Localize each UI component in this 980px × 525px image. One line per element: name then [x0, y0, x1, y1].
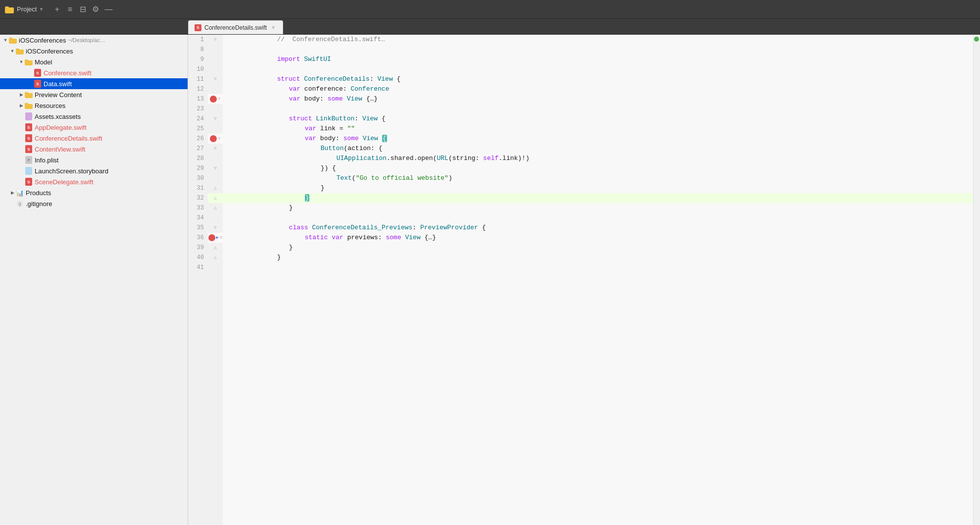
- sidebar-item-resources[interactable]: Resources: [0, 100, 188, 111]
- appdelegate-label: AppDelegate.swift: [35, 124, 87, 131]
- line-number: 12: [188, 84, 208, 94]
- tab-conference-details[interactable]: S ConferenceDetails.swift ×: [188, 20, 283, 34]
- preview-content-label: Preview Content: [35, 91, 82, 99]
- line-number: 35: [188, 223, 208, 233]
- tab-close-button[interactable]: ×: [270, 24, 277, 31]
- sidebar-item-gitignore[interactable]: g .gitignore: [0, 198, 188, 209]
- line-number: 28: [188, 154, 208, 163]
- sidebar-item-data-swift[interactable]: S Data.swift: [0, 78, 188, 89]
- svg-rect-3: [9, 38, 12, 40]
- sidebar-item-conferencedetails[interactable]: S ConferenceDetails.swift: [0, 133, 188, 144]
- arrow-icon: [2, 37, 9, 44]
- table-row: 13 ▽: [188, 94, 223, 104]
- table-row: 8: [188, 45, 223, 54]
- table-row: 10: [188, 64, 223, 74]
- fold-icon[interactable]: ▽: [214, 163, 216, 173]
- swift-icon: S: [34, 69, 42, 77]
- add-file-button[interactable]: +: [51, 4, 62, 15]
- table-row: 28: [188, 154, 223, 163]
- sidebar-item-assets[interactable]: Assets.xcassets: [0, 111, 188, 122]
- line-number: 39: [188, 243, 208, 253]
- line-number: 40: [188, 253, 208, 262]
- hierarchy-button[interactable]: ≡: [64, 4, 75, 15]
- fold-icon[interactable]: △: [214, 253, 216, 262]
- gitignore-label: .gitignore: [26, 200, 52, 208]
- filter-button[interactable]: ⊟: [77, 4, 88, 15]
- table-row: 31 △: [188, 183, 223, 193]
- fold-icon[interactable]: ▽: [218, 134, 220, 144]
- root-path: ~/Desktop/ac…: [68, 37, 105, 43]
- line-gutter: △: [208, 203, 223, 213]
- code-line: import SwiftUI: [223, 54, 973, 64]
- table-row: 24 ▽: [188, 114, 223, 124]
- sidebar-item-contentview[interactable]: S ContentView.swift: [0, 144, 188, 155]
- model-label: Model: [35, 58, 52, 66]
- line-number: 34: [188, 213, 208, 223]
- fold-icon[interactable]: ▽: [214, 144, 216, 154]
- titlebar: Project ▼ + ≡ ⊟ ⚙ —: [0, 0, 980, 19]
- line-number: 13: [188, 94, 208, 104]
- leaf-spacer: [18, 113, 25, 120]
- swift-icon: S: [25, 123, 33, 131]
- fold-icon[interactable]: △: [214, 203, 216, 213]
- sidebar-item-conference-swift[interactable]: S Conference.swift: [0, 67, 188, 78]
- leaf-spacer: [18, 178, 25, 185]
- titlebar-actions: + ≡ ⊟ ⚙ —: [51, 4, 114, 15]
- sidebar-item-launchscreen[interactable]: LaunchScreen.storyboard: [0, 165, 188, 176]
- contentview-label: ContentView.swift: [35, 146, 85, 153]
- sidebar-item-infoplist[interactable]: P Info.plist: [0, 155, 188, 165]
- sidebar-item-scenedelegate[interactable]: S SceneDelegate.swift: [0, 176, 188, 187]
- project-text: Project: [17, 5, 37, 13]
- swift-icon: S: [25, 178, 33, 186]
- sidebar-item-model[interactable]: Model: [0, 56, 188, 67]
- right-scrollbar[interactable]: [973, 35, 980, 525]
- sidebar-item-ios-conferences[interactable]: iOSConferences: [0, 46, 188, 56]
- line-gutter: ▽: [208, 94, 223, 104]
- line-number: 29: [188, 163, 208, 173]
- fold-icon[interactable]: ▽: [214, 74, 216, 84]
- line-number: 30: [188, 173, 208, 183]
- line-number: 1: [188, 35, 208, 45]
- fold-icon[interactable]: △: [214, 193, 216, 203]
- sidebar-item-preview-content[interactable]: Preview Content: [0, 89, 188, 100]
- sidebar-item-root[interactable]: iOSConferences ~/Desktop/ac…: [0, 35, 188, 46]
- sidebar-item-products[interactable]: 📊 Products: [0, 187, 188, 198]
- gitignore-icon: g: [16, 200, 24, 208]
- arrow-icon: [9, 189, 16, 196]
- table-row: 30: [188, 173, 223, 183]
- fold-icon[interactable]: ▽: [214, 114, 216, 124]
- breakpoint-icon[interactable]: [208, 234, 215, 241]
- line-gutter: △: [208, 243, 223, 253]
- sidebar-item-appdelegate[interactable]: S AppDelegate.swift: [0, 122, 188, 133]
- fold-icon[interactable]: △: [214, 183, 216, 193]
- svg-rect-11: [25, 103, 28, 105]
- fold-icon[interactable]: ▽: [218, 94, 220, 104]
- fold-icon[interactable]: ▽: [214, 223, 216, 233]
- editor-empty-space: [223, 272, 973, 525]
- project-label[interactable]: Project ▼: [17, 5, 44, 13]
- line-number: 9: [188, 54, 208, 64]
- code-content-area[interactable]: // ConferenceDetails.swift… import Swift…: [223, 35, 973, 525]
- code-line: [223, 262, 973, 272]
- breakpoint-icon[interactable]: [210, 135, 217, 142]
- fold-icon[interactable]: ▽: [214, 35, 216, 45]
- file-navigator: iOSConferences ~/Desktop/ac… iOSConferen…: [0, 35, 188, 525]
- tabbar: S ConferenceDetails.swift ×: [0, 19, 980, 35]
- line-gutter: ▽: [208, 134, 223, 144]
- code-editor[interactable]: 1 ▽ 8 9 10: [188, 35, 980, 525]
- code-text: [227, 262, 973, 272]
- fold-icon[interactable]: △: [214, 243, 216, 253]
- breakpoint-icon[interactable]: [210, 96, 217, 103]
- fold-icon[interactable]: ▽: [220, 233, 222, 243]
- project-folder-icon: [5, 5, 14, 14]
- table-row: 12: [188, 84, 223, 94]
- line-gutter: ▽: [208, 74, 223, 84]
- line-number: 27: [188, 144, 208, 154]
- line-number: 8: [188, 45, 208, 54]
- table-row: 11 ▽: [188, 74, 223, 84]
- settings-button[interactable]: ⚙: [90, 4, 101, 15]
- products-label: Products: [26, 189, 51, 197]
- line-number: 36: [188, 233, 208, 243]
- xcassets-icon: [25, 112, 33, 120]
- minimize-button[interactable]: —: [103, 4, 114, 15]
